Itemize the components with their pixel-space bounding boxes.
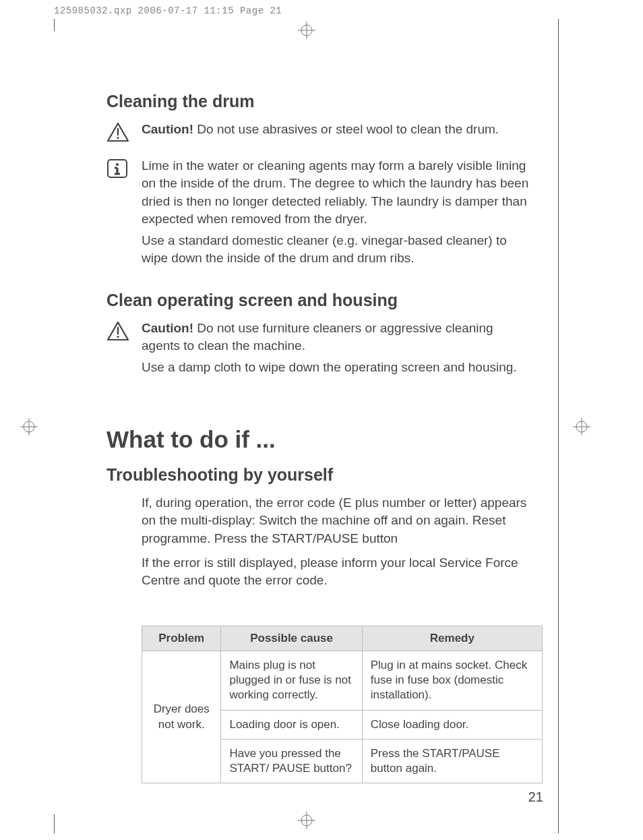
- troubleshoot-p2: If the error is still displayed, please …: [142, 554, 531, 589]
- svg-point-13: [116, 163, 119, 166]
- info-icon: [106, 158, 142, 179]
- info-drum-2: Use a standard domestic cleaner (e.g. vi…: [142, 232, 531, 267]
- page-number: 21: [528, 789, 543, 805]
- crop-mark-bottom: [54, 814, 559, 833]
- heading-cleaning-drum: Cleaning the drum: [106, 92, 531, 111]
- troubleshoot-p1: If, during operation, the error code (E …: [142, 494, 531, 547]
- table-cell-remedy: Press the START/PAUSE button again.: [362, 739, 542, 783]
- troubleshoot-table: Problem Possible cause Remedy Dryer does…: [142, 626, 543, 783]
- register-mark-left-icon: [20, 418, 38, 436]
- table-cell-remedy: Close loading door.: [362, 710, 542, 739]
- info-drum-1: Lime in the water or cleaning agents may…: [142, 157, 531, 228]
- heading-what-to-do: What to do if ...: [106, 426, 531, 453]
- register-mark-bottom-icon: [298, 812, 315, 829]
- svg-point-11: [117, 137, 119, 139]
- table-cell-cause: Have you pressed the START/ PAUSE button…: [221, 739, 362, 783]
- table-cell-problem: Dryer does not work.: [142, 651, 221, 783]
- table-header-problem: Problem: [142, 626, 221, 651]
- svg-point-19: [117, 335, 119, 337]
- warning-icon: [106, 122, 142, 142]
- caution-drum: Caution! Do not use abrasives or steel w…: [142, 121, 531, 138]
- caution-housing: Caution! Do not use furniture cleaners o…: [142, 320, 531, 355]
- crop-mark-top: [54, 19, 559, 31]
- heading-clean-housing: Clean operating screen and housing: [106, 291, 531, 310]
- register-mark-right-icon: [573, 418, 590, 436]
- document-meta: 125985032.qxp 2006-07-17 11:15 Page 21: [54, 5, 282, 16]
- table-cell-remedy: Plug in at mains socket. Check fuse in f…: [362, 651, 542, 710]
- housing-line2: Use a damp cloth to wipe down the operat…: [142, 359, 531, 376]
- table-cell-cause: Mains plug is not plugged in or fuse is …: [221, 651, 362, 710]
- table-cell-cause: Loading door is open.: [221, 710, 362, 739]
- table-header-remedy: Remedy: [362, 626, 542, 651]
- table-header-cause: Possible cause: [221, 626, 362, 651]
- warning-icon: [106, 321, 142, 341]
- page-frame: Cleaning the drum Caution! Do not use ab…: [54, 31, 559, 814]
- heading-troubleshooting: Troubleshooting by yourself: [106, 465, 531, 485]
